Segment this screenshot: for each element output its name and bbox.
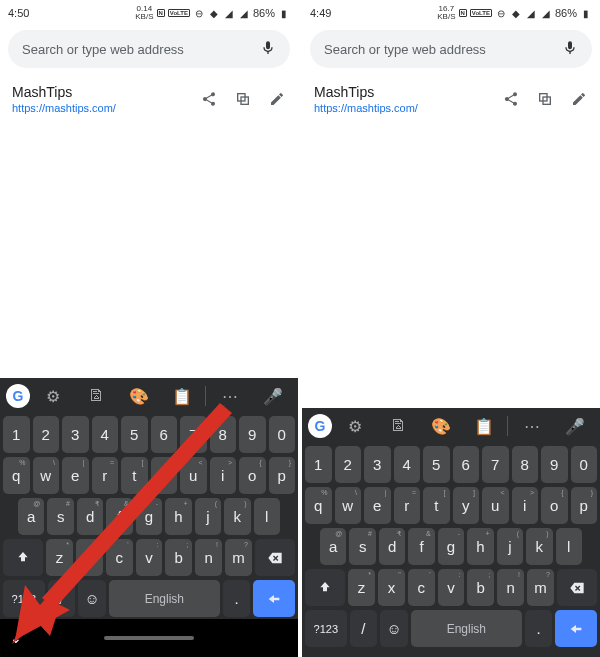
emoji-key[interactable]: ☺: [78, 580, 106, 617]
key-2[interactable]: 2: [33, 416, 60, 453]
symbols-key[interactable]: ?123: [305, 610, 347, 647]
key-5[interactable]: 5: [121, 416, 148, 453]
key-o[interactable]: o{: [239, 457, 266, 494]
slash-key[interactable]: /: [350, 610, 378, 647]
key-p[interactable]: p}: [269, 457, 296, 494]
shift-key[interactable]: [3, 539, 43, 576]
key-v[interactable]: v:: [136, 539, 163, 576]
key-b[interactable]: b;: [467, 569, 494, 606]
theme-icon[interactable]: 🎨: [422, 417, 461, 436]
theme-icon[interactable]: 🎨: [120, 387, 159, 406]
key-m[interactable]: m?: [225, 539, 252, 576]
key-m[interactable]: m?: [527, 569, 554, 606]
more-icon[interactable]: ⋯: [210, 387, 249, 406]
dot-key[interactable]: .: [223, 580, 251, 617]
copy-icon[interactable]: [234, 90, 252, 108]
key-3[interactable]: 3: [364, 446, 391, 483]
key-7[interactable]: 7: [180, 416, 207, 453]
key-i[interactable]: i>: [512, 487, 539, 524]
shift-key[interactable]: [305, 569, 345, 606]
backspace-key[interactable]: [557, 569, 597, 606]
enter-key[interactable]: [555, 610, 597, 647]
key-c[interactable]: c': [106, 539, 133, 576]
key-u[interactable]: u<: [180, 457, 207, 494]
key-f[interactable]: f&: [408, 528, 434, 565]
key-z[interactable]: z*: [348, 569, 375, 606]
key-b[interactable]: b;: [165, 539, 192, 576]
key-f[interactable]: f&: [106, 498, 132, 535]
clipboard-icon[interactable]: 📋: [464, 417, 503, 436]
share-icon[interactable]: [200, 90, 218, 108]
key-w[interactable]: w\: [335, 487, 362, 524]
key-1[interactable]: 1: [3, 416, 30, 453]
key-p[interactable]: p}: [571, 487, 598, 524]
google-icon[interactable]: G: [308, 414, 332, 438]
key-4[interactable]: 4: [92, 416, 119, 453]
key-g[interactable]: g-: [136, 498, 162, 535]
mic-icon[interactable]: 🎤: [253, 387, 292, 406]
copy-icon[interactable]: [536, 90, 554, 108]
key-u[interactable]: u<: [482, 487, 509, 524]
key-i[interactable]: i>: [210, 457, 237, 494]
key-q[interactable]: q%: [3, 457, 30, 494]
key-t[interactable]: t[: [423, 487, 450, 524]
gear-icon[interactable]: ⚙: [336, 417, 375, 436]
slash-key[interactable]: /: [48, 580, 76, 617]
key-4[interactable]: 4: [394, 446, 421, 483]
key-l[interactable]: l: [556, 528, 582, 565]
translate-icon[interactable]: 🖺: [77, 387, 116, 405]
search-bar[interactable]: Search or type web address: [8, 30, 290, 68]
more-icon[interactable]: ⋯: [512, 417, 551, 436]
key-v[interactable]: v:: [438, 569, 465, 606]
key-x[interactable]: x": [76, 539, 103, 576]
key-7[interactable]: 7: [482, 446, 509, 483]
key-l[interactable]: l: [254, 498, 280, 535]
key-h[interactable]: h+: [165, 498, 191, 535]
key-e[interactable]: e|: [62, 457, 89, 494]
key-c[interactable]: c': [408, 569, 435, 606]
key-8[interactable]: 8: [512, 446, 539, 483]
key-a[interactable]: a@: [320, 528, 346, 565]
symbols-key[interactable]: ?123: [3, 580, 45, 617]
key-9[interactable]: 9: [239, 416, 266, 453]
space-key[interactable]: English: [411, 610, 522, 647]
key-5[interactable]: 5: [423, 446, 450, 483]
key-j[interactable]: j(: [195, 498, 221, 535]
gear-icon[interactable]: ⚙: [34, 387, 73, 406]
clipboard-icon[interactable]: 📋: [162, 387, 201, 406]
key-t[interactable]: t[: [121, 457, 148, 494]
key-j[interactable]: j(: [497, 528, 523, 565]
key-g[interactable]: g-: [438, 528, 464, 565]
backspace-key[interactable]: [255, 539, 295, 576]
chevron-down-icon[interactable]: ⌄: [10, 630, 22, 646]
key-0[interactable]: 0: [571, 446, 598, 483]
key-x[interactable]: x": [378, 569, 405, 606]
search-bar[interactable]: Search or type web address: [310, 30, 592, 68]
key-y[interactable]: y]: [453, 487, 480, 524]
key-s[interactable]: s#: [47, 498, 73, 535]
edit-icon[interactable]: [570, 90, 588, 108]
key-k[interactable]: k): [224, 498, 250, 535]
key-a[interactable]: a@: [18, 498, 44, 535]
mic-icon[interactable]: [562, 40, 578, 59]
key-d[interactable]: d₹: [379, 528, 405, 565]
key-n[interactable]: n!: [195, 539, 222, 576]
key-h[interactable]: h+: [467, 528, 493, 565]
key-y[interactable]: y]: [151, 457, 178, 494]
key-o[interactable]: o{: [541, 487, 568, 524]
key-r[interactable]: r=: [394, 487, 421, 524]
dot-key[interactable]: .: [525, 610, 553, 647]
key-n[interactable]: n!: [497, 569, 524, 606]
history-item[interactable]: MashTips https://mashtips.com/: [302, 74, 600, 124]
key-z[interactable]: z*: [46, 539, 73, 576]
key-r[interactable]: r=: [92, 457, 119, 494]
space-key[interactable]: English: [109, 580, 220, 617]
key-k[interactable]: k): [526, 528, 552, 565]
translate-icon[interactable]: 🖺: [379, 417, 418, 435]
share-icon[interactable]: [502, 90, 520, 108]
key-d[interactable]: d₹: [77, 498, 103, 535]
key-q[interactable]: q%: [305, 487, 332, 524]
mic-icon[interactable]: [260, 40, 276, 59]
key-8[interactable]: 8: [210, 416, 237, 453]
history-item[interactable]: MashTips https://mashtips.com/: [0, 74, 298, 124]
